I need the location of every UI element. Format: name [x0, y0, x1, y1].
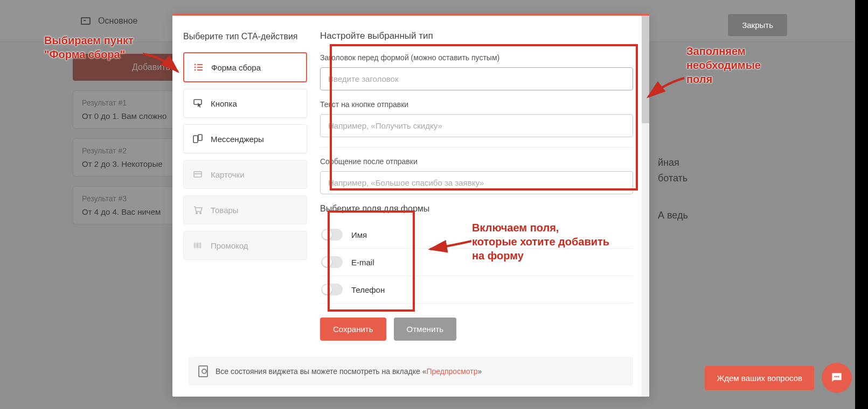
info-text: Все состояния виджета вы можете посмотре…	[216, 367, 482, 376]
svg-rect-14	[196, 243, 196, 248]
svg-rect-3	[197, 67, 203, 68]
cancel-button[interactable]: Отменить	[394, 318, 457, 341]
svg-point-12	[200, 213, 202, 214]
field-label: E-mail	[351, 258, 374, 267]
chat-widget: Ждем ваших вопросов	[705, 363, 852, 393]
svg-rect-7	[193, 136, 198, 143]
form-group-success-msg: Сообщение после отправки	[320, 157, 633, 194]
cta-option-button[interactable]: Кнопка	[183, 89, 307, 118]
cta-config-title: Настройте выбранный тип	[320, 31, 633, 41]
save-button[interactable]: Сохранить	[320, 318, 386, 341]
modal-actions: Сохранить Отменить	[320, 318, 633, 341]
preview-link[interactable]: Предпросмотр	[427, 367, 478, 376]
cta-option-label: Товары	[211, 206, 239, 215]
cta-modal: Выберите тип CTA-действия Форма сбора Кн…	[172, 14, 649, 397]
list-icon	[193, 62, 204, 73]
tap-icon	[192, 98, 203, 109]
cta-option-products[interactable]: Товары	[183, 195, 307, 224]
cta-option-label: Мессенджеры	[211, 135, 264, 144]
main-tab-label: Основное	[98, 16, 137, 26]
toggle-name[interactable]	[321, 229, 343, 241]
field-row-email: E-mail	[320, 249, 633, 276]
svg-point-20	[838, 376, 839, 378]
background-right-text: йная ботать А ведь	[658, 155, 793, 223]
cta-type-panel: Выберите тип CTA-действия Форма сбора Кн…	[183, 31, 307, 341]
chat-icon	[830, 371, 844, 385]
toggle-email[interactable]	[321, 256, 343, 268]
button-text-label: Текст на кнопке отправки	[320, 100, 633, 109]
svg-point-2	[195, 67, 196, 68]
cart-icon	[192, 204, 203, 215]
svg-rect-1	[197, 64, 203, 65]
devices-icon	[192, 133, 203, 144]
svg-rect-17	[200, 243, 202, 248]
main-tab-icon	[81, 17, 91, 25]
chat-label[interactable]: Ждем ваших вопросов	[705, 366, 814, 390]
form-group-button-text: Текст на кнопке отправки	[320, 100, 633, 137]
svg-point-19	[836, 376, 838, 378]
field-label: Имя	[351, 230, 367, 239]
cta-option-cards[interactable]: Карточки	[183, 160, 307, 189]
cta-option-messengers[interactable]: Мессенджеры	[183, 124, 307, 153]
cta-option-promo[interactable]: Промокод	[183, 231, 307, 260]
svg-rect-15	[197, 243, 198, 248]
field-row-phone: Телефон	[320, 276, 633, 304]
cta-config-panel: Настройте выбранный тип Заголовок перед …	[320, 31, 633, 341]
cta-option-label: Кнопка	[211, 99, 237, 108]
success-msg-label: Сообщение после отправки	[320, 157, 633, 166]
barcode-icon	[192, 240, 203, 251]
info-bar: Все состояния виджета вы можете посмотре…	[189, 357, 633, 386]
toggle-phone[interactable]	[321, 284, 343, 295]
preview-icon	[198, 365, 208, 377]
form-title-input[interactable]	[320, 67, 633, 90]
form-group-title: Заголовок перед формой (можно оставить п…	[320, 53, 633, 90]
divider	[320, 147, 633, 147]
svg-rect-9	[194, 172, 202, 177]
success-msg-input[interactable]	[320, 171, 633, 194]
cta-option-form[interactable]: Форма сбора	[183, 52, 307, 82]
form-fields-title: Выберите поля для формы	[320, 204, 633, 214]
field-row-name: Имя	[320, 221, 633, 249]
field-label: Телефон	[351, 285, 385, 294]
svg-rect-8	[198, 135, 202, 140]
svg-rect-16	[199, 243, 199, 248]
black-edge-strip	[855, 0, 868, 409]
cta-option-label: Форма сбора	[211, 63, 261, 72]
modal-scrollbar[interactable]	[642, 16, 649, 397]
button-text-input[interactable]	[320, 114, 633, 137]
cards-icon	[192, 169, 203, 180]
svg-point-18	[834, 376, 836, 378]
close-button[interactable]: Закрыть	[728, 14, 787, 36]
svg-rect-5	[197, 69, 203, 70]
svg-point-11	[196, 213, 198, 214]
cta-type-title: Выберите тип CTA-действия	[183, 31, 307, 43]
cta-option-label: Карточки	[211, 170, 245, 179]
svg-point-4	[195, 69, 196, 71]
svg-point-0	[195, 64, 196, 66]
form-title-label: Заголовок перед формой (можно оставить п…	[320, 53, 633, 62]
svg-rect-13	[194, 243, 195, 248]
chat-bubble-button[interactable]	[822, 363, 852, 393]
cta-option-label: Промокод	[211, 241, 248, 250]
